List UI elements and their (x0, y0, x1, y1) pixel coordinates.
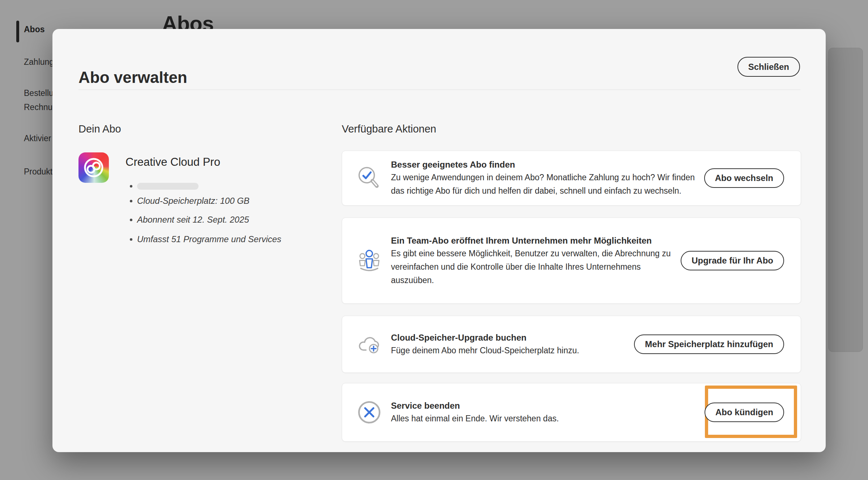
plan-detail-text: Cloud-Speicherplatz: 100 GB (137, 196, 250, 206)
action-card-button[interactable]: Abo wechseln (704, 168, 784, 188)
creative-cloud-app-icon (78, 152, 109, 183)
circle-x-icon (357, 400, 382, 424)
bullet-dot (130, 185, 132, 188)
action-card-title: Cloud-Speicher-Upgrade buchen (391, 332, 634, 344)
your-plan-section: Dein Abo Creative Cloud Pro Cloud-Speich… (78, 122, 317, 135)
cloud-plus-icon (357, 333, 382, 355)
bullet-dot (130, 238, 132, 241)
action-card-body-line: Füge deinem Abo mehr Cloud-Speicherplatz… (391, 344, 634, 357)
action-card-text: Service beenden Alles hat einmal ein End… (391, 400, 705, 425)
redacted-value (137, 183, 199, 190)
sidebar-active-indicator (16, 21, 19, 42)
action-card-body-line: auszuüben. (391, 274, 681, 287)
modal-title: Abo verwalten (78, 68, 187, 87)
action-card: Cloud-Speicher-Upgrade buchen Füge deine… (342, 316, 801, 373)
plan-detail-item (130, 181, 199, 191)
available-actions-heading: Verfügbare Aktionen (342, 122, 801, 135)
action-card: Service beenden Alles hat einmal ein End… (342, 383, 801, 442)
action-card-text: Cloud-Speicher-Upgrade buchen Füge deine… (391, 332, 634, 357)
bullet-dot (130, 200, 132, 202)
action-card-button[interactable]: Abo kündigen (705, 403, 784, 422)
action-cards: Besser geeignetes Abo finden Zu wenige A… (342, 151, 801, 442)
action-card-title: Service beenden (391, 400, 705, 412)
action-card-button[interactable]: Upgrade für Ihr Abo (681, 251, 784, 270)
sidebar-item-abos[interactable]: Abos (24, 24, 45, 35)
sidebar-item-produkt[interactable]: Produkt (24, 166, 52, 177)
plan-detail-item: Cloud-Speicherplatz: 100 GB (130, 195, 250, 206)
action-card: Ein Team-Abo eröffnet Ihrem Unternehmen … (342, 218, 801, 304)
magnifier-check-icon (357, 165, 382, 191)
action-card-body-line: Alles hat einmal ein Ende. Wir verstehen… (391, 412, 705, 425)
action-card-title: Ein Team-Abo eröffnet Ihrem Unternehmen … (391, 235, 681, 247)
your-plan-heading: Dein Abo (78, 122, 317, 135)
action-card-text: Ein Team-Abo eröffnet Ihrem Unternehmen … (391, 235, 681, 287)
team-people-icon (357, 248, 382, 273)
manage-plan-modal: Abo verwalten Schließen Dein Abo Creativ… (52, 29, 826, 452)
action-card-button[interactable]: Mehr Speicherplatz hinzufügen (634, 334, 784, 354)
plan-detail-text: Abonnent seit 12. Sept. 2025 (137, 215, 249, 225)
plan-detail-item: Abonnent seit 12. Sept. 2025 (130, 214, 249, 225)
plan-detail-text: Umfasst 51 Programme und Services (137, 234, 281, 244)
sidebar-item-zahlung[interactable]: Zahlung (24, 56, 54, 67)
action-card-title: Besser geeignetes Abo finden (391, 159, 704, 171)
action-card: Besser geeignetes Abo finden Zu wenige A… (342, 151, 801, 206)
action-card-text: Besser geeignetes Abo finden Zu wenige A… (391, 159, 704, 198)
plan-product-name: Creative Cloud Pro (125, 156, 220, 169)
background-content-card (828, 48, 863, 352)
available-actions-section: Verfügbare Aktionen Besser geeignetes Ab… (342, 122, 801, 135)
page-root: Abos AbosZahlungBestelluRechnuAktivierPr… (0, 0, 868, 480)
close-button[interactable]: Schließen (737, 57, 800, 77)
header-divider (78, 89, 800, 90)
action-card-body-line: Zu wenige Anwendungen in deinem Abo? Mon… (391, 171, 704, 184)
plan-detail-item: Umfasst 51 Programme und Services (130, 234, 281, 245)
action-card-body-line: das richtige Abo für dich und helfen dir… (391, 184, 704, 198)
sidebar-item-bestellu[interactable]: Bestellu (24, 88, 54, 98)
sidebar-item-rechnu[interactable]: Rechnu (24, 102, 52, 113)
bullet-dot (130, 219, 132, 221)
action-card-body-line: vereinfachen und die Kontrolle über die … (391, 260, 681, 274)
sidebar-item-aktivier[interactable]: Aktivier (24, 133, 51, 144)
action-card-body-line: Es gibt eine bessere Möglichkeit, Benutz… (391, 247, 681, 260)
